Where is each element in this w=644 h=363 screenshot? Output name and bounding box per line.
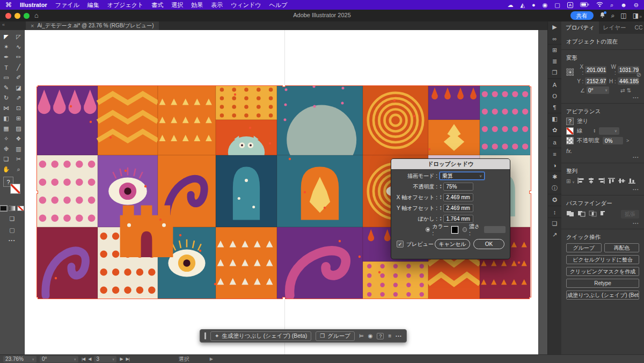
direct-selection-tool-icon[interactable]: ◸: [12, 32, 25, 42]
battery-icon[interactable]: [580, 2, 589, 8]
transform-icon[interactable]: ⊞: [548, 44, 561, 56]
cancel-button[interactable]: キャンセル: [435, 239, 470, 249]
align-icon[interactable]: ≣: [548, 56, 561, 67]
selection-tool-icon[interactable]: ◤: [0, 32, 12, 42]
publish-icon[interactable]: ◉: [368, 333, 373, 339]
spotlight-icon[interactable]: ⌕: [610, 2, 613, 9]
type-tool-icon[interactable]: T: [0, 62, 12, 72]
preview-checkbox[interactable]: ✓: [397, 241, 404, 248]
eyedropper-tool-icon[interactable]: ✧: [0, 134, 12, 144]
close-window-button[interactable]: [5, 13, 11, 19]
darkness-radio[interactable]: [463, 227, 467, 232]
paragraph-icon[interactable]: ¶: [548, 101, 561, 113]
x-offset-input[interactable]: 2.469 mm: [443, 193, 473, 201]
eraser-tool-icon[interactable]: ◪: [12, 83, 25, 93]
menu-item-8[interactable]: ヘルプ: [269, 1, 288, 9]
link-icon[interactable]: ∞: [548, 33, 561, 44]
hand-tool-icon[interactable]: ✋: [0, 164, 12, 175]
align-top-icon[interactable]: [608, 177, 616, 185]
wifi-icon[interactable]: [596, 2, 603, 8]
color-radio[interactable]: [426, 227, 430, 232]
collapse-panels-icon[interactable]: ▶: [548, 21, 561, 33]
menu-item-5[interactable]: 効果: [191, 1, 203, 9]
opacity-stepper[interactable]: ▲▼: [440, 184, 442, 189]
group-button[interactable]: ❐ グループ: [316, 331, 355, 341]
shape-builder-tool-icon[interactable]: ◧: [0, 113, 12, 124]
apple-menu-icon[interactable]: ⌘: [5, 1, 12, 9]
shapes-icon[interactable]: ▢: [554, 2, 560, 9]
blur-input[interactable]: 1.764 mm: [443, 215, 473, 223]
screen-mode-icon[interactable]: ▢: [0, 227, 24, 234]
flip-horizontal-icon[interactable]: ⇄: [620, 87, 625, 93]
blend-tool-icon[interactable]: ❖: [12, 134, 25, 144]
quick-action-3[interactable]: クリッピングマスクを作成: [566, 267, 639, 276]
x-offset-stepper[interactable]: ▲▼: [440, 195, 442, 200]
collapse-panel-icon[interactable]: »: [639, 14, 642, 19]
variables-icon[interactable]: ↕: [548, 206, 561, 217]
align-left-icon[interactable]: [577, 177, 585, 185]
opacity-input[interactable]: 75%: [443, 183, 473, 191]
width-tool-icon[interactable]: ⋈: [0, 103, 12, 113]
zoom-tool-icon[interactable]: ⌕: [12, 164, 25, 175]
none-button[interactable]: [17, 206, 24, 211]
pathfinder-exclude-icon[interactable]: [600, 210, 608, 218]
menu-item-3[interactable]: 書式: [151, 1, 163, 9]
zoom-window-button[interactable]: [24, 13, 30, 19]
notifications-icon[interactable]: [599, 12, 605, 20]
curvature-tool-icon[interactable]: ✏: [12, 52, 25, 62]
menu-item-2[interactable]: オブジェクト: [107, 1, 144, 9]
align-right-icon[interactable]: [597, 177, 605, 185]
y-offset-input[interactable]: 2.469 mm: [443, 204, 473, 212]
align-hcenter-icon[interactable]: [587, 177, 595, 185]
blur-stepper[interactable]: ▲▼: [440, 216, 442, 221]
rotate-tool-icon[interactable]: ↻: [0, 93, 12, 103]
gradient-button[interactable]: [9, 206, 16, 211]
home-icon[interactable]: ⌂: [34, 11, 39, 19]
info-icon[interactable]: ⓘ: [548, 183, 561, 194]
arrange-documents-icon[interactable]: ◨: [633, 12, 639, 19]
align-vmiddle-icon[interactable]: [618, 177, 626, 185]
opentype-icon[interactable]: O: [548, 90, 561, 101]
rectangle-tool-icon[interactable]: ▭: [0, 72, 12, 83]
opacity-options-icon[interactable]: >: [626, 138, 629, 143]
control-center-icon[interactable]: ⊖: [634, 2, 639, 9]
stroke-weight-field[interactable]: ∨: [599, 127, 619, 135]
color-button[interactable]: [0, 206, 7, 211]
pathfinder-intersect-icon[interactable]: [589, 210, 597, 218]
workspace-switcher-icon[interactable]: ◫: [620, 12, 626, 19]
gradient-tool-icon[interactable]: ▨: [12, 124, 25, 134]
mesh-tool-icon[interactable]: ▦: [0, 124, 12, 134]
align-bottom-icon[interactable]: [628, 177, 636, 185]
menu-item-7[interactable]: ウィンドウ: [231, 1, 261, 9]
paintbrush-tool-icon[interactable]: ✐: [12, 72, 25, 83]
free-transform-tool-icon[interactable]: ⊡: [12, 103, 25, 113]
menu-item-6[interactable]: 表示: [211, 1, 223, 9]
ok-button[interactable]: OK: [473, 239, 504, 249]
app-menu[interactable]: Illustrator: [20, 2, 47, 8]
edit-toolbar-icon[interactable]: •••: [0, 238, 24, 243]
share-button[interactable]: 共有: [570, 11, 594, 20]
appearance-stroke-swatch[interactable]: [566, 127, 574, 135]
zoom-level-select[interactable]: 23.76% ∨: [3, 356, 36, 362]
status-expand-icon[interactable]: ▶: [210, 357, 213, 361]
user-icon[interactable]: ☻: [620, 2, 627, 8]
h-field[interactable]: 446.185: [618, 77, 639, 85]
next-artboard-button[interactable]: ▶: [120, 357, 122, 361]
quick-action-2[interactable]: ピクセルグリッドに整合: [566, 255, 639, 264]
scale-tool-icon[interactable]: ⇗: [12, 93, 25, 103]
document-tab[interactable]: × Ai_デモデータ.ai* @ 23.76 % (RGB/プレビュー): [26, 21, 159, 30]
character-styles-icon[interactable]: a: [548, 136, 561, 148]
rotation-select[interactable]: 0° ∨: [40, 356, 78, 362]
menu-item-0[interactable]: ファイル: [55, 1, 79, 9]
minimize-window-button[interactable]: [14, 13, 20, 19]
y-offset-stepper[interactable]: ▲▼: [440, 206, 442, 210]
help-icon[interactable]: ?: [377, 333, 384, 339]
stroke-swatch[interactable]: [10, 184, 20, 194]
pencil-tool-icon[interactable]: ✎: [0, 83, 12, 93]
magic-wand-tool-icon[interactable]: ✶: [0, 42, 12, 52]
tab-properties[interactable]: プロパティ: [561, 21, 599, 34]
color-icon[interactable]: ✿: [548, 125, 561, 136]
symbols-icon[interactable]: ✱: [548, 171, 561, 183]
quick-action-5[interactable]: 生成塗りつぶし (シェイプ) (Beta): [566, 291, 639, 300]
pen-tool-icon[interactable]: ✒: [0, 52, 12, 62]
